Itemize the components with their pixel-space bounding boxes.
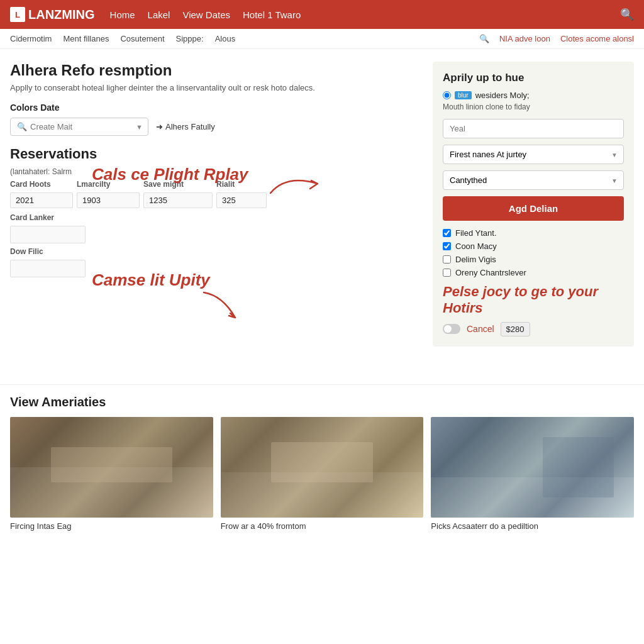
checkbox-label-1: Coon Macy bbox=[455, 242, 497, 251]
filter-link[interactable]: ➜ Alhers Fatully bbox=[156, 122, 215, 131]
table-cell-2: 1235 bbox=[143, 192, 213, 208]
select1-wrapper: Firest nanes At jurtey ▼ bbox=[443, 145, 624, 164]
select2-wrapper: Cantythed ▼ bbox=[443, 170, 624, 190]
brand[interactable]: L LANZMING bbox=[10, 7, 95, 22]
amenities-grid: Fircing Intas Eag Frow ar a 40% fromtom … bbox=[10, 417, 634, 531]
table-meta: (lantahaterl: Salrm bbox=[10, 167, 415, 176]
search-bar-container: 🔍 ▼ ➜ Alhers Fatully bbox=[10, 118, 415, 136]
table-cell-1: 1903 bbox=[77, 192, 140, 208]
col2-cell-0 bbox=[10, 226, 86, 243]
brand-name: LANZMING bbox=[28, 8, 95, 22]
toggle-knob bbox=[444, 325, 452, 333]
sec-nav-cosutement[interactable]: Cosutement bbox=[120, 34, 164, 43]
panel-radio-row: blur wesiders Moly; bbox=[443, 91, 624, 100]
panel-radio-label: wesiders Moly; bbox=[475, 91, 530, 100]
col-header-1: Lmarcilty bbox=[77, 180, 140, 189]
nav-view-dates[interactable]: View Dates bbox=[182, 9, 230, 20]
sec-nav-links: Cidermotim Ment fillanes Cosutement Sipp… bbox=[10, 34, 479, 43]
arrow-down-1 bbox=[197, 289, 248, 327]
col2-header-0: Card Lanker bbox=[10, 213, 86, 222]
checkbox-label-3: Oreny Chantrslever bbox=[455, 268, 526, 277]
cancel-link[interactable]: Cancel bbox=[467, 324, 494, 334]
reservations-area: Reservations Cals ce Plight Rplay (lanta… bbox=[10, 146, 415, 277]
toggle-switch[interactable] bbox=[443, 324, 460, 334]
search-input[interactable] bbox=[30, 122, 136, 131]
sec-nav-alous[interactable]: Alous bbox=[215, 34, 236, 43]
panel-title: Aprily up to hue bbox=[443, 72, 624, 84]
page-subtitle: Applly to conserabt hoteal ligher deinte… bbox=[10, 83, 415, 92]
search-dropdown-icon[interactable]: ▼ bbox=[136, 123, 143, 131]
amenities-title: View Ameriaties bbox=[10, 395, 634, 409]
panel-radio-input[interactable] bbox=[443, 91, 451, 99]
sec-nav-nia[interactable]: NIA adve loon bbox=[499, 34, 550, 43]
panel-bottom-row: Cancel $280 bbox=[443, 322, 624, 336]
checkbox-2[interactable] bbox=[443, 255, 451, 264]
amenity-card-0: Fircing Intas Eag bbox=[10, 417, 213, 531]
amenity-label-0: Fircing Intas Eag bbox=[10, 521, 213, 531]
panel-select-2[interactable]: Cantythed bbox=[443, 170, 624, 190]
amenity-label-1: Frow ar a 40% fromtom bbox=[221, 521, 424, 531]
sec-search-icon: 🔍 bbox=[479, 34, 489, 43]
nav-home[interactable]: Home bbox=[110, 9, 135, 20]
checkbox-row-3: Oreny Chantrslever bbox=[443, 268, 624, 277]
amenity-card-2: Picks Acsaaterr do a pediltion bbox=[431, 417, 634, 531]
search-icon: 🔍 bbox=[17, 122, 27, 131]
amenity-img-1 bbox=[221, 417, 424, 518]
right-panel: Aprily up to hue blur wesiders Moly; Mou… bbox=[433, 62, 634, 347]
checkbox-3[interactable] bbox=[443, 269, 451, 277]
secondary-nav: Cidermotim Ment fillanes Cosutement Sipp… bbox=[0, 29, 644, 49]
sec-nav-right: 🔍 NIA adve loon Clotes acome alonsl bbox=[479, 34, 634, 43]
brand-icon: L bbox=[10, 7, 25, 22]
table-cell-3: 325 bbox=[216, 192, 267, 208]
reservations-title: Reservations bbox=[10, 146, 415, 162]
table-grid: Card Hoots Lmarcilty Save might Rialit 2… bbox=[10, 180, 415, 208]
filter-link-text: Alhers Fatully bbox=[165, 122, 215, 131]
table-col2: Card Lanker Dow Filic bbox=[10, 213, 415, 277]
panel-subtitle: Mouth linion clone to fiday bbox=[443, 103, 624, 111]
main-layout: Alhera Refo resmption Applly to conserab… bbox=[0, 49, 644, 359]
col2-cell-1 bbox=[10, 260, 86, 277]
col-header-2: Save might bbox=[143, 180, 213, 189]
amenities-section: View Ameriaties Fircing Intas Eag Frow a… bbox=[0, 384, 644, 541]
nav-search-icon[interactable]: 🔍 bbox=[620, 8, 634, 21]
checkbox-label-2: Delim Vigis bbox=[455, 255, 496, 264]
checkbox-row-0: Filed Ytant. bbox=[443, 228, 624, 238]
col2-header-1: Dow Filic bbox=[10, 247, 86, 256]
top-nav: L LANZMING Home Lakel View Dates Hotel 1… bbox=[0, 0, 644, 29]
amenity-card-1: Frow ar a 40% fromtom bbox=[221, 417, 424, 531]
page-title: Alhera Refo resmption bbox=[10, 62, 415, 79]
checkbox-1[interactable] bbox=[443, 242, 451, 250]
checkbox-label-0: Filed Ytant. bbox=[455, 228, 497, 238]
amenity-img-0 bbox=[10, 417, 213, 518]
table-cell-0: 2021 bbox=[10, 192, 73, 208]
search-bar: 🔍 ▼ bbox=[10, 118, 148, 136]
checkbox-row-2: Delim Vigis bbox=[443, 255, 624, 264]
checkbox-row-1: Coon Macy bbox=[443, 242, 624, 251]
panel-input-yeal[interactable] bbox=[443, 119, 624, 138]
col-header-0: Card Hoots bbox=[10, 180, 73, 189]
col-header-3: Rialit bbox=[216, 180, 267, 189]
sec-nav-cidermotim[interactable]: Cidermotim bbox=[10, 34, 52, 43]
sec-nav-ment[interactable]: Ment fillanes bbox=[63, 34, 109, 43]
panel-badge: blur bbox=[455, 91, 472, 99]
nav-hotel[interactable]: Hotel 1 Twaro bbox=[243, 9, 301, 20]
colors-date-label: Colors Date bbox=[10, 103, 415, 113]
filter-arrow-icon: ➜ bbox=[156, 122, 163, 131]
amenity-img-2 bbox=[431, 417, 634, 518]
nav-links: Home Lakel View Dates Hotel 1 Twaro bbox=[110, 9, 620, 20]
nav-lakel[interactable]: Lakel bbox=[148, 9, 170, 20]
sec-nav-sipppe[interactable]: Sipppe: bbox=[176, 34, 204, 43]
add-delian-button[interactable]: Agd Delian bbox=[443, 196, 624, 221]
annotation-pelse: Pelse jocy to ge to your Hotirs bbox=[443, 284, 624, 317]
left-column: Alhera Refo resmption Applly to conserab… bbox=[10, 62, 423, 347]
amenity-label-2: Picks Acsaaterr do a pediltion bbox=[431, 521, 634, 531]
sec-nav-clotes[interactable]: Clotes acome alonsl bbox=[560, 34, 634, 43]
checkbox-0[interactable] bbox=[443, 229, 451, 237]
price-badge: $280 bbox=[501, 322, 530, 336]
panel-select-1[interactable]: Firest nanes At jurtey bbox=[443, 145, 624, 164]
